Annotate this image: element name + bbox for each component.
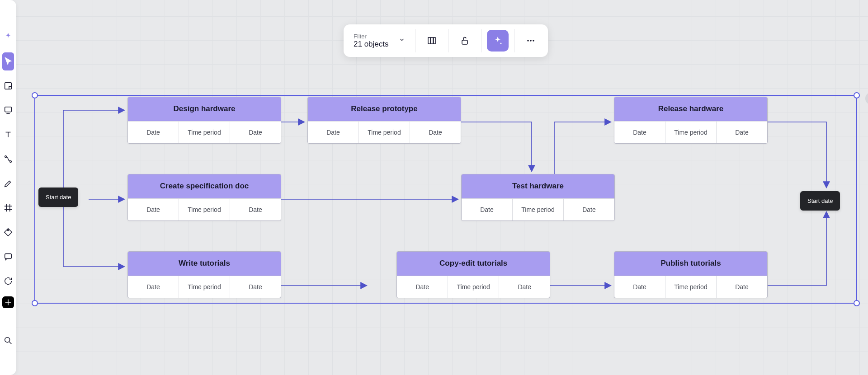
cell-period[interactable]: Time period [665, 122, 717, 143]
task-write[interactable]: Write tutorialsDateTime periodDate [127, 251, 281, 298]
task-release_hw[interactable]: Release hardwareDateTime periodDate [614, 97, 768, 144]
cell-date-end[interactable]: Date [499, 276, 550, 298]
task-cells: DateTime periodDate [128, 276, 281, 298]
cell-period[interactable]: Time period [513, 199, 564, 220]
cell-period[interactable]: Time period [448, 276, 499, 298]
cell-date-start[interactable]: Date [614, 122, 665, 143]
task-title: Copy-edit tutorials [397, 252, 550, 276]
cell-date-start[interactable]: Date [397, 276, 448, 298]
cell-date-start[interactable]: Date [462, 199, 513, 220]
cell-date-start[interactable]: Date [128, 199, 179, 220]
task-cells: DateTime periodDate [614, 276, 767, 298]
cell-date-start[interactable]: Date [614, 276, 665, 298]
cell-period[interactable]: Time period [665, 276, 717, 298]
cell-date-end[interactable]: Date [717, 122, 767, 143]
task-cells: DateTime periodDate [308, 121, 461, 143]
cell-date-end[interactable]: Date [717, 276, 767, 298]
task-cells: DateTime periodDate [462, 198, 614, 220]
diagram-canvas[interactable]: Start date Start date Design hardwareDat… [0, 0, 868, 375]
task-publish[interactable]: Publish tutorialsDateTime periodDate [614, 251, 768, 298]
cell-date-start[interactable]: Date [308, 122, 359, 143]
cell-period[interactable]: Time period [179, 276, 230, 298]
task-title: Publish tutorials [614, 252, 767, 276]
task-title: Test hardware [462, 174, 614, 198]
end-chip[interactable]: Start date [800, 191, 840, 211]
task-cells: DateTime periodDate [128, 198, 281, 220]
drag-handle[interactable] [865, 92, 868, 105]
task-spec[interactable]: Create specification docDateTime periodD… [127, 174, 281, 221]
task-title: Design hardware [128, 97, 281, 121]
cell-period[interactable]: Time period [179, 199, 230, 220]
resize-handle-bl[interactable] [32, 300, 38, 306]
task-test[interactable]: Test hardwareDateTime periodDate [461, 174, 615, 221]
cell-date-start[interactable]: Date [128, 122, 179, 143]
resize-handle-tr[interactable] [854, 92, 860, 98]
cell-period[interactable]: Time period [359, 122, 410, 143]
task-title: Write tutorials [128, 252, 281, 276]
task-design[interactable]: Design hardwareDateTime periodDate [127, 97, 281, 144]
cell-date-start[interactable]: Date [128, 276, 179, 298]
task-title: Release hardware [614, 97, 767, 121]
task-cells: DateTime periodDate [128, 121, 281, 143]
cell-date-end[interactable]: Date [230, 199, 281, 220]
cell-date-end[interactable]: Date [564, 199, 614, 220]
cell-period[interactable]: Time period [179, 122, 230, 143]
task-release_proto[interactable]: Release prototypeDateTime periodDate [307, 97, 461, 144]
task-title: Release prototype [308, 97, 461, 121]
task-title: Create specification doc [128, 174, 281, 198]
resize-handle-br[interactable] [854, 300, 860, 306]
task-cells: DateTime periodDate [397, 276, 550, 298]
cell-date-end[interactable]: Date [230, 122, 281, 143]
cell-date-end[interactable]: Date [410, 122, 461, 143]
cell-date-end[interactable]: Date [230, 276, 281, 298]
start-chip[interactable]: Start date [38, 188, 78, 207]
task-cells: DateTime periodDate [614, 121, 767, 143]
task-copy[interactable]: Copy-edit tutorialsDateTime periodDate [396, 251, 550, 298]
resize-handle-tl[interactable] [32, 92, 38, 98]
